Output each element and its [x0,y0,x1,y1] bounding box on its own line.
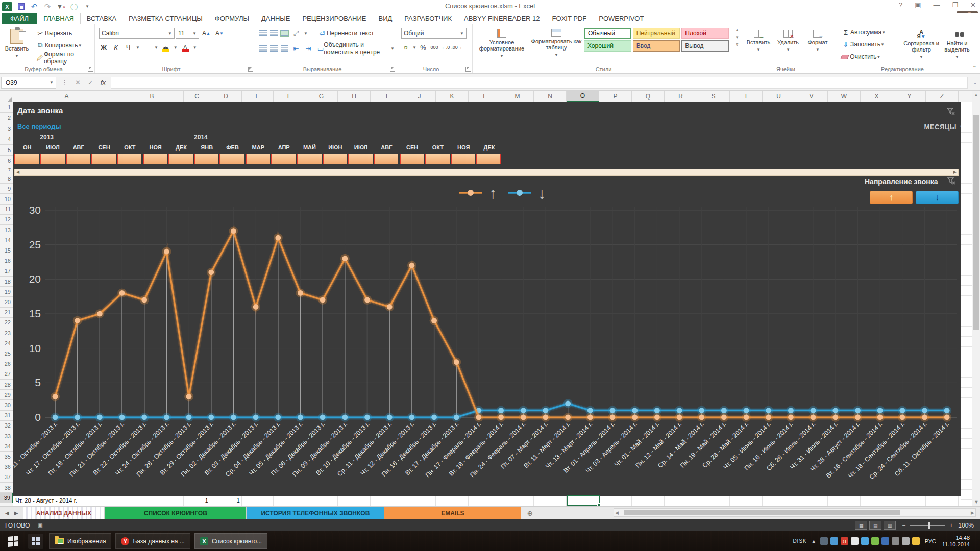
ribbon-tab-формулы[interactable]: ФОРМУЛЫ [209,13,255,24]
qat-customize-icon[interactable]: ▼ [83,2,92,11]
column-header-l[interactable]: L [469,91,501,102]
tray-orange-icon[interactable] [912,537,920,545]
align-right-icon[interactable] [281,45,288,52]
timeline-month-selected-bar[interactable] [374,154,398,164]
insert-function-icon[interactable]: fx [101,79,106,86]
fill-color-button[interactable]: ◂▸ [161,43,170,52]
ribbon-tab-файл[interactable]: ФАЙЛ [2,13,37,24]
ribbon-tab-вид[interactable]: ВИД [372,13,398,24]
timeline-granularity-label[interactable]: МЕСЯЦЫ [924,123,957,131]
page-break-view-icon[interactable]: ▥ [884,521,896,530]
align-left-icon[interactable] [259,45,267,52]
ribbon-tab-powerpivot[interactable]: POWERPIVOT [593,13,650,24]
column-header-s[interactable]: S [697,91,730,102]
timeline-month-selected-bar[interactable] [348,154,373,164]
timeline-period-label[interactable]: Все периоды [17,122,61,130]
align-middle-icon[interactable] [270,30,278,36]
underline-button[interactable]: Ч [124,43,133,52]
row-header-7[interactable]: 7 [0,166,13,173]
timeline-month-selected-bar[interactable] [40,154,64,164]
page-layout-view-icon[interactable]: ▤ [869,521,881,530]
align-bottom-icon[interactable] [281,30,288,36]
column-header-w[interactable]: W [828,91,861,102]
sheet-tab-история-телефонных-звонков[interactable]: ИСТОРИЯ ТЕЛЕФОННЫХ ЗВОНКОВ [247,507,384,519]
timeline-month-selected-bar[interactable] [194,154,218,164]
decrease-indent-icon[interactable]: ⇤ [291,44,301,53]
column-header-m[interactable]: M [501,91,534,102]
row-header-38[interactable]: 38 [0,483,13,493]
row-header-11[interactable]: 11 [0,205,13,215]
ribbon-tab-разметка-страницы[interactable]: РАЗМЕТКА СТРАНИЦЫ [122,13,209,24]
find-select-button[interactable]: Найти и выделить▼ [941,27,973,60]
timeline-month-selected-bar[interactable] [271,154,296,164]
clipboard-dialog-launcher[interactable] [88,67,93,72]
sheet-tab-emails[interactable]: EMAILS [384,507,521,519]
copy-button[interactable]: ⧉Копировать ▼ [34,40,84,51]
column-header-i[interactable]: I [371,91,403,102]
gallery-more-icon[interactable]: ⊽ [736,43,739,47]
ribbon-tab-главная[interactable]: ГЛАВНАЯ [37,13,81,24]
expand-formula-bar-icon[interactable]: ⌄ [973,80,977,85]
wrap-text-button[interactable]: ⏎Перенести текст [315,28,376,39]
show-desktop-button[interactable] [976,531,980,551]
increase-indent-icon[interactable]: ⇥ [304,44,313,53]
timeline-month-selected-bar[interactable] [451,154,475,164]
shape-circle-icon[interactable]: ◯ [69,2,79,11]
tray-network-icon[interactable] [902,537,910,545]
column-header-e[interactable]: E [242,91,274,102]
decrease-decimal-icon[interactable]: .00→ [452,43,461,52]
column-header-x[interactable]: X [861,91,893,102]
row-header-17[interactable]: 17 [0,266,13,277]
ribbon-tab-foxit-pdf[interactable]: Foxit PDF [546,13,593,24]
cell-a39[interactable]: Чт. 28 - Август - 2014 г. [15,497,77,504]
row-header-18[interactable]: 18 [0,277,13,287]
timeline-month-selected-bar[interactable] [143,154,167,164]
row-header-25[interactable]: 25 [0,348,13,359]
timeline-month-selected-bar[interactable] [14,154,39,164]
sheet-nav-right-icon[interactable]: ▶ [14,510,18,516]
redo-icon[interactable]: ↷ [43,2,52,11]
format-cells-button[interactable]: ⇔ Формат▼ [803,27,832,53]
column-header-t[interactable]: T [730,91,763,102]
align-top-icon[interactable] [259,30,267,36]
ribbon-tab-вставка[interactable]: ВСТАВКА [81,13,122,24]
save-icon[interactable] [16,2,26,11]
confirm-entry-icon[interactable]: ✓ [88,79,93,86]
italic-button[interactable]: К [111,43,120,52]
conditional-formatting-button[interactable]: Условное форматирование▼ [474,26,530,59]
row-header-37[interactable]: 37 [0,472,13,483]
column-header-z[interactable]: Z [926,91,959,102]
row-header-21[interactable]: 21 [0,308,13,318]
cell-d39[interactable]: 1 [225,497,240,504]
increase-decimal-icon[interactable]: ←.0 [441,43,450,52]
cell-style-вывод[interactable]: Вывод [681,40,729,52]
comma-style-button[interactable]: 000 [430,43,439,52]
row-header-12[interactable]: 12 [0,215,13,225]
row-header-5[interactable]: 5 [0,145,13,156]
gallery-down-icon[interactable]: ▼ [735,35,739,40]
language-indicator[interactable]: РУС [925,538,936,544]
timeline-month-selected-bar[interactable] [219,154,244,164]
font-name-select[interactable]: Calibri▼ [99,28,175,39]
row-header-4[interactable]: 4 [0,134,13,145]
tray-browser-icon[interactable] [861,537,869,545]
formula-input[interactable] [111,77,968,89]
row-header-33[interactable]: 33 [0,431,13,441]
borders-arrow-icon[interactable]: ▼ [154,45,158,50]
row-header-30[interactable]: 30 [0,400,13,410]
column-header-y[interactable]: Y [893,91,926,102]
orientation-button[interactable]: ⤢ [291,29,301,38]
row-header-8[interactable]: 8 [0,173,13,184]
number-format-select[interactable]: Общий▼ [401,28,467,39]
ribbon-tab-данные[interactable]: ДАННЫЕ [255,13,296,24]
zoom-slider[interactable] [910,525,945,526]
undo-icon[interactable]: ↶ [30,2,39,11]
tray-volume-icon[interactable] [892,537,899,545]
selected-cell-o39[interactable] [567,495,600,506]
accounting-arrow-icon[interactable]: ▼ [412,45,416,50]
timeline-month-selected-bar[interactable] [476,154,501,164]
row-39[interactable]: Чт. 28 - Август - 2014 г. 1 1 [13,496,972,506]
vertical-scroll-thumb[interactable] [973,115,979,330]
column-header-h[interactable]: H [338,91,371,102]
row-header-22[interactable]: 22 [0,318,13,328]
